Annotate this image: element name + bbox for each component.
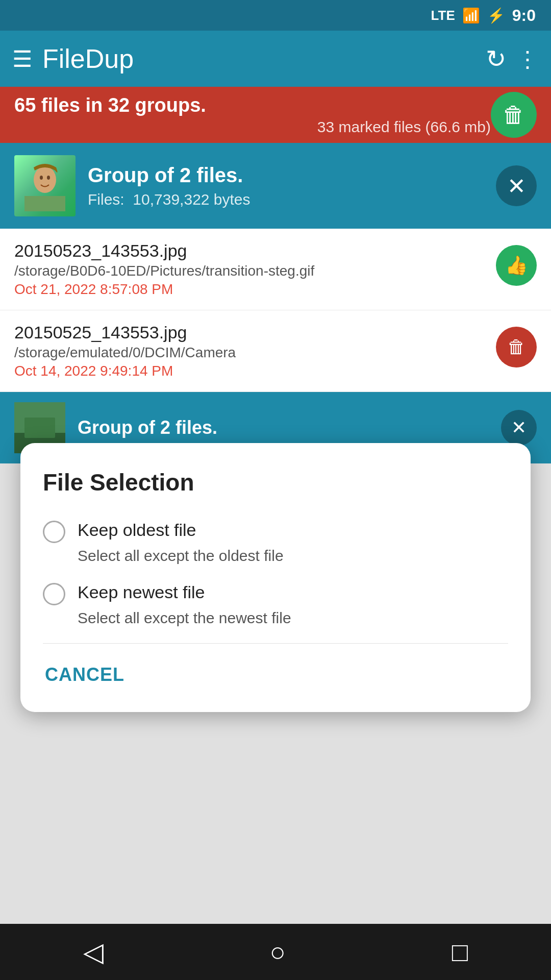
info-bar: 65 files in 32 groups. 33 marked files (… [0,87,551,143]
home-icon: ○ [270,937,286,967]
dialog-actions: CANCEL [43,656,508,690]
thumbnail-image [14,155,76,216]
group-info: Group of 2 files. Files: 10,739,322 byte… [88,164,484,208]
file-list: 20150523_143553.jpg /storage/B0D6-10ED/P… [0,229,551,463]
nav-bar: ◁ ○ □ [0,924,551,980]
file-date: Oct 21, 2022 8:57:08 PM [14,281,488,298]
dialog-divider [43,643,508,644]
svg-point-2 [47,176,50,180]
group-close-button[interactable]: ✕ [496,165,537,206]
bottom-group-info: Group of 2 files. [78,417,489,438]
info-left: 65 files in 32 groups. 33 marked files (… [14,94,491,136]
svg-rect-6 [24,418,55,438]
signal-icon: 📶 [462,7,480,24]
bottom-close-icon: ✕ [511,417,527,438]
thumbsup-icon: 👍 [505,255,528,276]
option2-description: Select all except the newest file [78,609,508,627]
home-button[interactable]: ○ [270,937,286,967]
status-bar: LTE 📶 ⚡ 9:0 [0,0,551,31]
recents-button[interactable]: □ [452,937,468,967]
app-bar: ☰ FileDup ↻ ⋮ [0,31,551,87]
app-title: FileDup [42,43,475,74]
bottom-group-title: Group of 2 files. [78,417,489,438]
keep-newest-label: Keep newest file [78,581,205,603]
cancel-button[interactable]: CANCEL [43,660,127,690]
file-name: 20150523_143553.jpg [14,241,488,261]
file-path: /storage/B0D6-10ED/Pictures/transition-s… [14,263,488,279]
time-display: 9:0 [512,6,536,25]
bottom-group-close-button[interactable]: ✕ [501,410,537,446]
list-item-content: 20150525_143553.jpg /storage/emulated/0/… [14,323,488,379]
recents-icon: □ [452,937,468,967]
list-item: 20150523_143553.jpg /storage/B0D6-10ED/P… [0,229,551,310]
svg-point-0 [34,166,56,193]
delete-fab-button[interactable]: 🗑 [491,92,537,138]
list-item-content: 20150523_143553.jpg /storage/B0D6-10ED/P… [14,241,488,298]
trash-icon: 🗑 [503,102,525,128]
svg-rect-3 [24,196,65,211]
status-icons: LTE 📶 ⚡ 9:0 [431,6,536,25]
group-thumbnail [14,155,76,216]
lte-label: LTE [431,8,455,23]
battery-icon: ⚡ [487,7,505,24]
more-options-icon[interactable]: ⋮ [516,46,539,72]
close-icon: ✕ [507,173,526,199]
group-files-size: Files: 10,739,322 bytes [88,191,484,208]
option1-description: Select all except the oldest file [78,547,508,565]
keep-oldest-label: Keep oldest file [78,519,196,541]
radio-oldest[interactable] [43,521,65,543]
radio-newest[interactable] [43,583,65,605]
trash-button[interactable]: 🗑 [496,327,537,368]
group-header: Group of 2 files. Files: 10,739,322 byte… [0,143,551,229]
svg-point-1 [40,176,43,180]
marked-files: 33 marked files (66.6 mb) [14,118,491,136]
file-selection-dialog: File Selection Keep oldest file Select a… [20,443,531,712]
list-item: 20150525_143553.jpg /storage/emulated/0/… [0,310,551,392]
group-title: Group of 2 files. [88,164,484,187]
thumbsup-button[interactable]: 👍 [496,245,537,286]
dialog-title: File Selection [43,469,508,496]
refresh-icon[interactable]: ↻ [486,44,506,73]
file-date-2: Oct 14, 2022 9:49:14 PM [14,363,488,379]
list-area: 20150523_143553.jpg /storage/B0D6-10ED/P… [0,229,551,392]
file-path-2: /storage/emulated/0/DCIM/Camera [14,345,488,361]
keep-newest-option[interactable]: Keep newest file [43,581,508,605]
keep-oldest-option[interactable]: Keep oldest file [43,519,508,543]
trash-icon-sm: 🗑 [507,336,525,358]
files-count: 65 files in 32 groups. [14,94,491,116]
thumbnail-svg [24,160,65,211]
file-name-2: 20150525_143553.jpg [14,323,488,342]
back-icon: ◁ [83,937,104,967]
menu-icon[interactable]: ☰ [12,46,32,72]
back-button[interactable]: ◁ [83,937,104,967]
